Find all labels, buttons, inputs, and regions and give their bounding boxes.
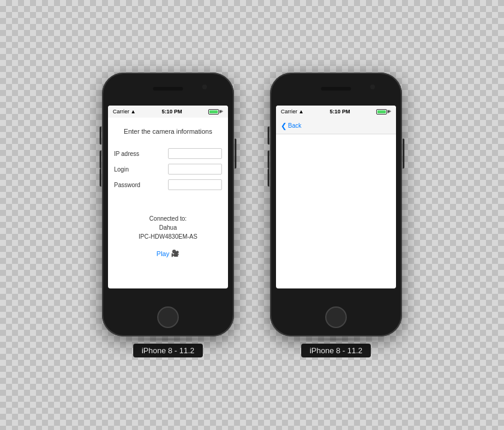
phone1-home-button[interactable] (157, 306, 179, 328)
phone2-battery-icon (376, 109, 387, 115)
phone2-wrapper: Carrier ▲ 5:10 PM + ❮ Back (270, 73, 402, 357)
play-icon: 🎥 (171, 249, 179, 257)
phone2-camera (370, 85, 375, 89)
phone1-speaker (153, 87, 183, 91)
form-section: IP adress Login Password (114, 148, 222, 195)
phone1-status-bar: Carrier ▲ 5:10 PM + (108, 106, 228, 118)
phone2-label: iPhone 8 - 11.2 (301, 344, 371, 357)
back-label: Back (288, 122, 301, 129)
camera-model: IPC-HDW4830EM-AS (139, 232, 197, 241)
phone2-home-button[interactable] (325, 306, 347, 328)
phone1-time: 5:10 PM (162, 109, 182, 115)
chevron-left-icon: ❮ (281, 122, 287, 130)
phone2-wifi-icon: ▲ (299, 109, 304, 115)
phone2-battery-fill (377, 110, 386, 113)
connected-section: Connected to: Dahua IPC-HDW4830EM-AS (139, 214, 197, 241)
screen1-container: Enter the camera informations IP adress … (108, 118, 228, 288)
phone1-carrier: Carrier ▲ (113, 109, 136, 115)
play-label: Play (157, 250, 169, 257)
carrier-text: Carrier (113, 109, 130, 115)
ip-label: IP adress (114, 151, 147, 157)
battery-fill (209, 110, 218, 113)
phone2-carrier: Carrier ▲ (281, 109, 304, 115)
form-row-password: Password (114, 179, 222, 190)
password-label: Password (114, 182, 147, 188)
phone1: Carrier ▲ 5:10 PM + Enter the camera inf… (102, 73, 234, 336)
ip-input[interactable] (168, 148, 222, 159)
phone2-speaker (321, 87, 351, 91)
phone1-camera (202, 85, 207, 89)
phone2-shadow (288, 336, 384, 342)
login-input[interactable] (168, 164, 222, 175)
phone2-screen: Carrier ▲ 5:10 PM + ❮ Back (276, 106, 396, 288)
phone1-wrapper: Carrier ▲ 5:10 PM + Enter the camera inf… (102, 73, 234, 357)
phone2-status-bar: Carrier ▲ 5:10 PM + (276, 106, 396, 118)
screen1-title: Enter the camera informations (124, 127, 212, 136)
phone2: Carrier ▲ 5:10 PM + ❮ Back (270, 73, 402, 336)
phone2-carrier-text: Carrier (281, 109, 298, 115)
play-section: Play 🎥 (157, 249, 179, 257)
phone1-battery: + (208, 109, 223, 115)
phone2-time: 5:10 PM (330, 109, 350, 115)
phone2-battery: + (376, 109, 391, 115)
connected-label: Connected to: (139, 214, 197, 223)
back-button[interactable]: ❮ Back (281, 122, 301, 130)
nav-bar: ❮ Back (276, 118, 396, 134)
form-row-ip: IP adress (114, 148, 222, 159)
play-link[interactable]: Play 🎥 (157, 249, 179, 257)
camera-brand: Dahua (139, 223, 197, 232)
wifi-icon: ▲ (131, 109, 136, 115)
phone1-shadow (120, 336, 216, 342)
battery-icon (208, 109, 219, 115)
phone1-screen: Carrier ▲ 5:10 PM + Enter the camera inf… (108, 106, 228, 288)
login-label: Login (114, 166, 147, 173)
password-input[interactable] (168, 179, 222, 190)
form-row-login: Login (114, 164, 222, 175)
screen1-content: Enter the camera informations IP adress … (108, 118, 228, 288)
phone1-label: iPhone 8 - 11.2 (133, 344, 203, 357)
